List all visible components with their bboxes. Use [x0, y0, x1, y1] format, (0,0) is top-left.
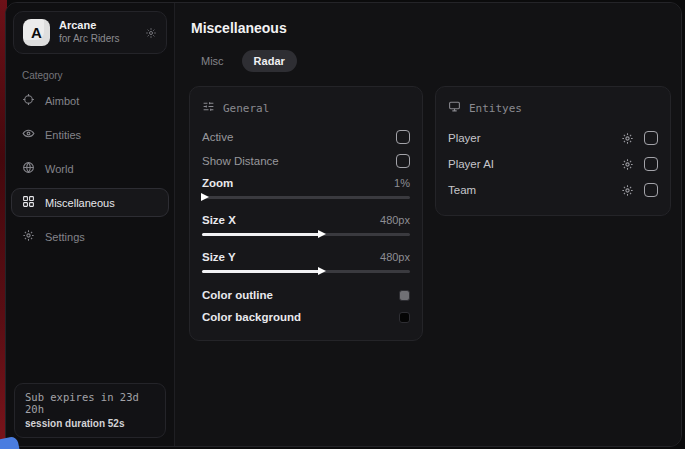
category-label: Category: [22, 70, 174, 81]
color-background-swatch[interactable]: [399, 312, 410, 323]
grid-icon: [22, 195, 35, 210]
player-ai-checkbox[interactable]: [644, 157, 658, 171]
player-checkbox[interactable]: [644, 131, 658, 145]
sidebar-item-world[interactable]: World: [11, 154, 169, 183]
sidebar-item-label: Entities: [45, 129, 81, 141]
gear-icon: [22, 229, 35, 244]
main-content: Miscellaneous Misc Radar General: [175, 3, 682, 446]
subscription-card: Sub expires in 23d 20h session duration …: [14, 383, 166, 438]
slider-label: Size X: [202, 214, 236, 226]
panel-title: Entityes: [469, 102, 522, 115]
toggle-row-show-distance: Show Distance: [202, 149, 410, 173]
gear-icon[interactable]: [145, 27, 157, 39]
desktop-background: A Arcane for Arc Riders Category: [0, 0, 685, 449]
slider-value: 480px: [380, 214, 410, 226]
page-title: Miscellaneous: [191, 20, 671, 36]
general-panel: General Active Show Distance Zoom 1%: [189, 86, 423, 341]
logo-card: A Arcane for Arc Riders: [13, 11, 167, 54]
sidebar-item-aimbot[interactable]: Aimbot: [11, 86, 169, 115]
entities-panel: Entityes Player Player AI: [435, 86, 671, 216]
app-logo: A: [23, 19, 50, 46]
crosshair-icon: [22, 93, 35, 108]
app-title: Arcane: [59, 19, 120, 33]
sub-expiry-text: Sub expires in 23d 20h: [25, 391, 155, 415]
app-window: A Arcane for Arc Riders Category: [5, 2, 682, 447]
panel-title: General: [223, 102, 269, 115]
color-outline-swatch[interactable]: [399, 290, 410, 301]
size-y-slider[interactable]: [202, 270, 410, 273]
slider-label: Size Y: [202, 251, 236, 263]
show-distance-checkbox[interactable]: [396, 154, 410, 168]
entity-label: Team: [448, 184, 621, 196]
toggle-row-active: Active: [202, 125, 410, 149]
session-duration-text: session duration 52s: [25, 418, 155, 429]
slider-value: 1%: [394, 177, 410, 189]
slider-thumb[interactable]: [318, 267, 326, 275]
slider-label: Zoom: [202, 177, 233, 189]
toggle-label: Active: [202, 131, 233, 143]
sidebar-item-entities[interactable]: Entities: [11, 120, 169, 149]
slider-value: 480px: [380, 251, 410, 263]
team-checkbox[interactable]: [644, 183, 658, 197]
active-checkbox[interactable]: [396, 130, 410, 144]
gear-icon[interactable]: [621, 132, 634, 145]
gear-icon[interactable]: [621, 158, 634, 171]
size-y-slider-block: Size Y 480px: [202, 247, 410, 284]
size-x-slider-block: Size X 480px: [202, 210, 410, 247]
tab-bar: Misc Radar: [189, 50, 671, 72]
eye-icon: [22, 127, 35, 142]
color-label: Color background: [202, 311, 301, 323]
sidebar-item-settings[interactable]: Settings: [11, 222, 169, 251]
gear-icon[interactable]: [621, 184, 634, 197]
monitor-icon: [448, 100, 461, 116]
entity-label: Player: [448, 132, 621, 144]
sidebar-item-label: World: [45, 163, 74, 175]
sidebar-item-label: Settings: [45, 231, 85, 243]
sidebar-item-miscellaneous[interactable]: Miscellaneous: [11, 188, 169, 217]
zoom-slider-block: Zoom 1%: [202, 173, 410, 210]
sliders-icon: [202, 100, 215, 116]
globe-icon: [22, 161, 35, 176]
sidebar-item-label: Miscellaneous: [45, 197, 115, 209]
entity-label: Player AI: [448, 158, 621, 170]
tab-misc[interactable]: Misc: [189, 50, 236, 72]
sidebar-nav: Aimbot Entities World: [6, 86, 174, 251]
entity-row-player-ai: Player AI: [448, 151, 658, 177]
app-subtitle: for Arc Riders: [59, 33, 120, 46]
color-background-row: Color background: [202, 306, 410, 328]
slider-thumb[interactable]: [318, 230, 326, 238]
toggle-label: Show Distance: [202, 155, 279, 167]
slider-thumb[interactable]: [201, 193, 209, 201]
entity-row-player: Player: [448, 125, 658, 151]
zoom-slider[interactable]: [202, 196, 410, 199]
sidebar-item-label: Aimbot: [45, 95, 79, 107]
sidebar: A Arcane for Arc Riders Category: [6, 3, 175, 446]
entity-row-team: Team: [448, 177, 658, 203]
color-outline-row: Color outline: [202, 284, 410, 306]
tab-radar[interactable]: Radar: [242, 50, 297, 72]
color-label: Color outline: [202, 289, 273, 301]
size-x-slider[interactable]: [202, 233, 410, 236]
